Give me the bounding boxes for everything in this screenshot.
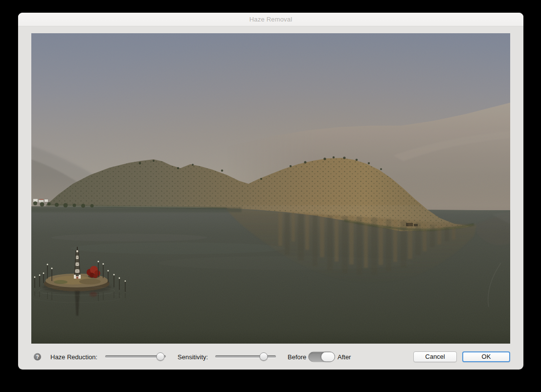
haze-reduction-label: Haze Reduction: — [50, 353, 97, 360]
haze-reduction-slider[interactable] — [105, 352, 166, 361]
window-title: Haze Removal — [249, 16, 293, 23]
landscape-photo — [31, 33, 510, 344]
haze-removal-dialog: Haze Removal — [18, 13, 523, 370]
before-label: Before — [288, 353, 306, 360]
sensitivity-slider[interactable] — [215, 352, 276, 361]
help-glyph: ? — [36, 354, 39, 359]
image-preview[interactable] — [31, 33, 510, 344]
titlebar[interactable]: Haze Removal — [18, 13, 523, 26]
cancel-button[interactable]: Cancel — [413, 351, 457, 362]
ok-button[interactable]: OK — [462, 351, 510, 362]
haze-reduction-slider-thumb[interactable] — [156, 352, 164, 361]
film-grain-overlay — [31, 33, 510, 344]
dialog-toolbar: ? Haze Reduction: Sensitivity: Before Af… — [18, 344, 523, 370]
toggle-knob[interactable] — [321, 351, 335, 362]
before-after-toggle[interactable] — [308, 351, 335, 362]
help-icon[interactable]: ? — [34, 353, 41, 360]
after-label: After — [338, 353, 351, 360]
sensitivity-label: Sensitivity: — [178, 353, 208, 360]
sensitivity-slider-thumb[interactable] — [260, 352, 268, 361]
